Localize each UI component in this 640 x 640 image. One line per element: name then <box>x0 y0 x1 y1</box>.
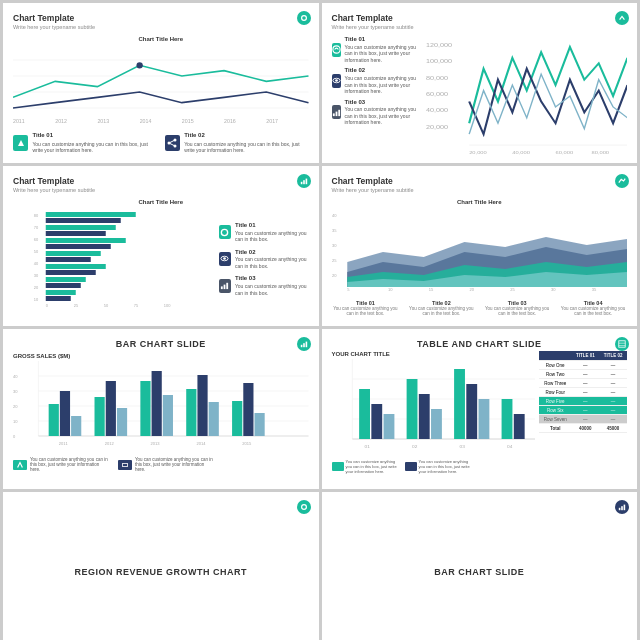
svg-rect-132 <box>431 409 442 439</box>
card3-badge <box>297 174 311 188</box>
svg-rect-111 <box>243 383 253 436</box>
svg-text:40: 40 <box>34 261 39 266</box>
card2-title: Chart Template <box>332 13 628 23</box>
table-row-label: Row Two <box>539 370 572 379</box>
svg-text:2013: 2013 <box>97 118 109 124</box>
svg-text:40,000: 40,000 <box>426 107 448 113</box>
table-header-2: TITLE 02 <box>599 351 627 361</box>
main-grid: Chart Template Write here your typename … <box>0 0 640 640</box>
table-row-v2: — <box>599 397 627 406</box>
card6-badge <box>615 337 629 351</box>
svg-text:25: 25 <box>74 303 79 307</box>
svg-text:75: 75 <box>134 303 139 307</box>
svg-text:80,000: 80,000 <box>426 75 448 81</box>
card1-info-row: Title 01 You can customize anything you … <box>13 132 309 154</box>
card2-item-list: Title 01 You can customize anything you … <box>332 36 422 156</box>
svg-text:100,000: 100,000 <box>426 58 452 64</box>
svg-rect-69 <box>303 180 305 184</box>
card-6: TABLE AND CHART SLIDE YOUR CHART TITLE <box>322 329 638 489</box>
card1-title: Chart Template <box>13 13 309 23</box>
card3-chart-title: Chart Title Here <box>13 199 309 205</box>
table-footer-v1: 40000 <box>572 424 600 433</box>
svg-rect-47 <box>46 238 126 243</box>
svg-text:2012: 2012 <box>105 441 115 446</box>
svg-text:2011: 2011 <box>13 118 25 124</box>
card2-icon1 <box>332 43 341 57</box>
card-2: Chart Template Write here your typename … <box>322 3 638 163</box>
svg-text:2015: 2015 <box>182 118 194 124</box>
svg-rect-67 <box>227 283 229 289</box>
card3-item1-text: Title 01 You can customize anything you … <box>235 222 309 243</box>
svg-text:80: 80 <box>34 213 39 218</box>
svg-rect-147 <box>621 506 623 510</box>
svg-text:40: 40 <box>332 213 337 218</box>
svg-text:70: 70 <box>34 225 39 230</box>
svg-text:25: 25 <box>510 287 515 292</box>
svg-rect-127 <box>359 389 370 439</box>
table-row-v1: — <box>572 415 600 424</box>
svg-text:35: 35 <box>332 228 337 233</box>
svg-text:15: 15 <box>428 287 433 292</box>
svg-rect-128 <box>371 404 382 439</box>
card3-item2-text: Title 02 You can customize anything you … <box>235 249 309 270</box>
svg-rect-53 <box>46 277 86 282</box>
svg-rect-44 <box>46 218 121 223</box>
svg-rect-130 <box>406 379 417 439</box>
table-row-v2: — <box>599 388 627 397</box>
card5-note1-icon <box>13 460 27 470</box>
svg-text:100: 100 <box>164 303 171 307</box>
svg-rect-107 <box>186 389 196 436</box>
card7-badge <box>297 500 311 514</box>
table-row-v2: — <box>599 415 627 424</box>
card3-icon2 <box>219 252 231 266</box>
svg-rect-109 <box>209 402 219 436</box>
table-row-label: Row Four <box>539 388 572 397</box>
svg-text:20: 20 <box>332 273 337 278</box>
svg-text:2016: 2016 <box>224 118 236 124</box>
svg-text:10: 10 <box>34 297 39 302</box>
svg-text:30: 30 <box>551 287 556 292</box>
svg-text:5: 5 <box>347 287 350 292</box>
svg-rect-21 <box>332 113 334 116</box>
svg-point-64 <box>223 258 226 261</box>
svg-rect-134 <box>466 384 477 439</box>
svg-text:2013: 2013 <box>151 441 161 446</box>
card4-legend-2: Title 02 You can customize anything you … <box>407 300 475 316</box>
card1-item2-label: Title 02 <box>184 132 308 140</box>
card6-notes: You can customize anything you can in th… <box>332 459 536 474</box>
card5-notes: You can customize anything you can in th… <box>13 457 309 472</box>
card3-item3-text: Title 03 You can customize anything you … <box>235 275 309 296</box>
svg-text:20: 20 <box>34 285 39 290</box>
svg-text:20,000: 20,000 <box>469 150 487 155</box>
svg-text:35: 35 <box>591 287 596 292</box>
svg-rect-121 <box>305 342 307 348</box>
svg-text:25: 25 <box>332 258 337 263</box>
card6-chart-area: YOUR CHART TITLE <box>332 351 536 461</box>
svg-rect-110 <box>232 401 242 436</box>
card2-item3-label: Title 03 <box>345 99 422 107</box>
table-header-1: TITLE 01 <box>572 351 600 361</box>
card2-item3: Title 03 You can customize anything you … <box>332 99 422 126</box>
card6-table-wrapper: TITLE 01 TITLE 02 Row One — — Row Two — … <box>539 351 627 461</box>
card3-hbar-area: 80 70 60 50 40 30 20 10 <box>13 207 215 311</box>
card4-title: Chart Template <box>332 176 628 186</box>
table-row-label: Row One <box>539 361 572 370</box>
svg-point-20 <box>335 80 338 83</box>
svg-rect-52 <box>46 270 96 275</box>
card-5: BAR CHART SLIDE GROSS SALES ($M) 0 10 20… <box>3 329 319 489</box>
svg-text:80,000: 80,000 <box>591 150 609 155</box>
svg-rect-51 <box>46 264 106 269</box>
card-7: REGION REVENUE GROWTH CHART <box>3 492 319 640</box>
card7-title: REGION REVENUE GROWTH CHART <box>74 567 247 577</box>
card5-badge <box>297 337 311 351</box>
svg-text:60,000: 60,000 <box>426 91 448 97</box>
svg-line-17 <box>169 143 175 146</box>
table-row-label: Row Six <box>539 406 572 415</box>
card-3: Chart Template Write here your typename … <box>3 166 319 326</box>
card1-item2-text: Title 02 You can customize anything you … <box>184 132 308 154</box>
svg-rect-45 <box>46 225 116 230</box>
card2-badge <box>615 11 629 25</box>
svg-rect-142 <box>619 341 625 347</box>
svg-rect-108 <box>197 375 207 436</box>
card3-icon1 <box>219 225 231 239</box>
